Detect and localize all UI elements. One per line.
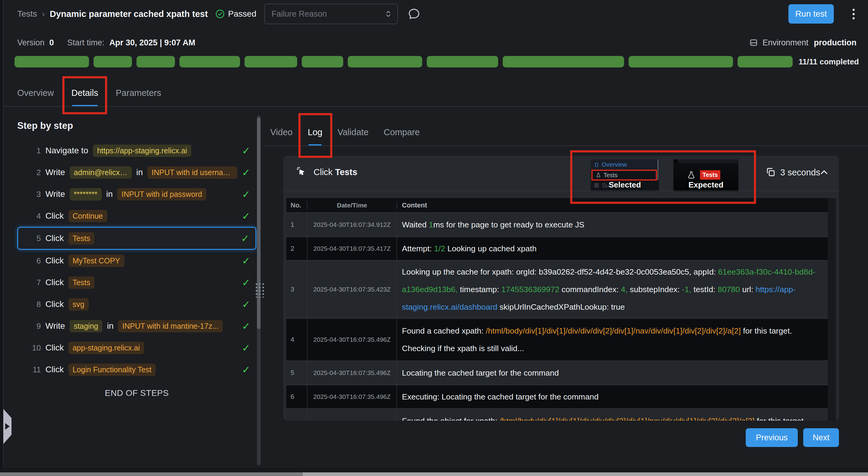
left-rail: [0, 0, 4, 476]
log-row-number: 4: [286, 319, 308, 361]
environment-label: Environment: [763, 38, 808, 47]
steps-title: Step by step: [17, 121, 256, 131]
tab-log[interactable]: Log: [308, 118, 322, 146]
selected-label: Selected: [591, 180, 659, 190]
step-row-7[interactable]: 7ClickTests✓: [17, 272, 256, 293]
check-icon: ✓: [242, 342, 250, 354]
step-value-chip: https://app-staging.relicx.ai: [93, 144, 191, 157]
log-content-segment: 1/2: [434, 244, 445, 253]
step-row-11[interactable]: 11ClickLogin Functionality Test✓: [17, 359, 256, 380]
flask-icon: [687, 171, 696, 180]
step-number: 1: [30, 146, 41, 156]
expand-panel-handle[interactable]: [3, 409, 11, 444]
tab-compare[interactable]: Compare: [384, 118, 420, 146]
step-number: 11: [30, 365, 41, 374]
step-target-chip: Tests: [68, 276, 94, 289]
step-number: 3: [30, 190, 41, 199]
tab-validate[interactable]: Validate: [337, 118, 369, 146]
card-divider: [283, 191, 839, 191]
progress-segment-7: [348, 56, 422, 67]
previous-button[interactable]: Previous: [746, 428, 798, 447]
step-row-5[interactable]: 5ClickTests✓: [17, 227, 256, 250]
step-action-text: Click: [45, 299, 64, 309]
log-row-number: 1: [286, 213, 308, 237]
step-row-4[interactable]: 4ClickContinue✓: [17, 205, 256, 227]
step-row-9[interactable]: 9WritestaginginINPUT with id mantine-17z…: [17, 315, 256, 337]
log-table-scroll-gutter[interactable]: [828, 198, 836, 421]
run-test-button[interactable]: Run test: [788, 4, 834, 24]
step-action-text: Click: [45, 234, 64, 243]
mini-nav-overview: Overview: [591, 159, 659, 170]
step-action-text: Write: [45, 168, 65, 177]
log-content-segment: testId:: [691, 285, 718, 294]
log-content-segment: ms for the page to get ready to execute …: [433, 220, 584, 229]
step-panel: Step by step 1Navigate tohttps://app-sta…: [17, 118, 256, 398]
log-row-timestamp: 2025-04-30T16:07:34.912Z: [308, 213, 397, 237]
failure-reason-placeholder: Failure Reason: [272, 9, 385, 19]
tab-details[interactable]: Details: [71, 79, 98, 106]
horizontal-scrollbar[interactable]: [0, 472, 868, 476]
step-value-chip: admin@relicx.ai: [70, 166, 132, 179]
log-content-segment: Looking up the cache for xpath: orgId: b…: [402, 267, 718, 276]
steps-list: 1Navigate tohttps://app-staging.relicx.a…: [17, 140, 256, 380]
step-row-3[interactable]: 3Write********inINPUT with id password✓: [17, 183, 256, 205]
bottom-strip: [0, 468, 868, 472]
progress-segment-5: [245, 56, 297, 67]
log-table-header: No. Date/Time Content: [286, 198, 828, 213]
panel-resize-grip[interactable]: [254, 282, 264, 298]
step-action-text: Navigate to: [45, 146, 88, 156]
check-icon: ✓: [242, 167, 250, 178]
tabs-divider: [4, 106, 868, 107]
step-row-10[interactable]: 10Clickapp-staging.relicx.ai✓: [17, 337, 256, 359]
log-content-segment: Looking up cached xpath: [445, 244, 536, 253]
tab-overview[interactable]: Overview: [17, 79, 54, 106]
step-number: 8: [30, 300, 41, 309]
step-target-chip: Tests: [68, 232, 94, 245]
version-label: Version: [17, 38, 44, 47]
next-button[interactable]: Next: [803, 428, 839, 447]
step-action-text: Write: [45, 321, 65, 331]
step-target-chip: INPUT with id username: [147, 166, 237, 179]
log-row-timestamp: 2025-04-30T16:07:35.496Z: [308, 319, 397, 361]
check-icon: ✓: [242, 299, 250, 310]
step-row-6[interactable]: 6ClickMyTest COPY✓: [17, 250, 256, 272]
step-row-8[interactable]: 8Clicksvg✓: [17, 293, 256, 315]
progress-segment-8: [427, 56, 498, 67]
log-row-content-cell: Found the object for xpath: /html/body/d…: [397, 409, 828, 421]
top-bar: Tests › Dynamic parameter cached xpath t…: [17, 0, 856, 28]
progress-segment-4: [180, 56, 240, 67]
log-row-content: Waited 1ms for the page to get ready to …: [402, 216, 584, 234]
log-row-content-cell: Executing: Locating the cached target fo…: [397, 385, 828, 408]
play-triangle-icon: [5, 423, 10, 430]
expected-screenshot-thumb[interactable]: Tests Expected: [673, 159, 739, 192]
mini-tab-shape: [678, 159, 696, 163]
check-icon: ✓: [242, 145, 250, 157]
step-target-chip: svg: [68, 298, 89, 311]
log-row-number: 6: [286, 385, 308, 408]
horizontal-scrollbar-thumb[interactable]: [0, 472, 303, 476]
tab-video[interactable]: Video: [270, 118, 293, 146]
log-step-title: Click Tests: [314, 167, 358, 177]
tab-parameters[interactable]: Parameters: [116, 79, 161, 106]
failure-reason-select[interactable]: Failure Reason: [264, 4, 398, 24]
selected-screenshot-thumb[interactable]: Overview Tests Suites Selected: [591, 159, 659, 192]
copy-icon[interactable]: [765, 167, 776, 177]
chevron-up-icon[interactable]: [819, 168, 829, 177]
log-row-timestamp: 2025-04-30T16:07:35.423Z: [308, 261, 397, 318]
log-row-timestamp: 2025-04-30T16:07:35.753Z: [308, 409, 397, 421]
environment-group: Environment production: [749, 38, 857, 47]
log-content-segment: commandIndex:: [559, 285, 621, 294]
step-row-1[interactable]: 1Navigate tohttps://app-staging.relicx.a…: [17, 140, 256, 162]
progress-segment-6: [302, 56, 343, 67]
check-icon: ✓: [242, 364, 250, 376]
status-text: Passed: [228, 9, 256, 19]
step-row-2[interactable]: 2Writeadmin@relicx.aiinINPUT with id use…: [17, 162, 256, 183]
log-row-content-cell: Found a cached xpath: /html/body/div[1]/…: [397, 319, 828, 361]
kebab-menu-icon[interactable]: [851, 7, 856, 21]
comment-icon[interactable]: [408, 7, 421, 20]
log-row-content: Looking up the cache for xpath: orgId: b…: [402, 263, 822, 316]
log-content-segment: Found the object for xpath:: [402, 416, 500, 421]
breadcrumb-tests[interactable]: Tests: [17, 9, 37, 19]
mini-nav-tests-highlight: Tests: [591, 170, 657, 180]
log-content-segment: substepIndex:: [628, 285, 682, 294]
